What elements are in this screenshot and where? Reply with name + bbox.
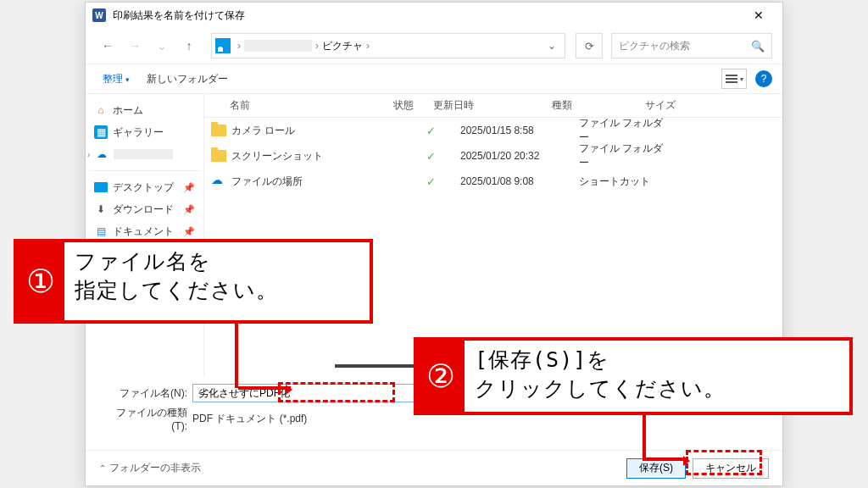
word-icon: W bbox=[92, 8, 106, 22]
column-headers: 名前 状態 更新日時 種類 サイズ bbox=[204, 94, 782, 118]
desktop-icon bbox=[94, 180, 108, 194]
file-row[interactable]: ファイルの場所 ✓ 2025/01/08 9:08 ショートカット bbox=[204, 169, 782, 194]
dialog-footer: フォルダーの非表示 保存(S) キャンセル bbox=[86, 450, 782, 485]
sidebar-item-gallery[interactable]: ▦ギャラリー bbox=[89, 121, 200, 143]
toolbar: 整理 新しいフォルダー ? bbox=[86, 64, 782, 94]
synced-icon: ✓ bbox=[426, 175, 436, 188]
document-icon: ▤ bbox=[94, 225, 108, 238]
annotation-2-text: [保存(S)]を クリックしてください。 bbox=[465, 341, 849, 412]
col-type[interactable]: 種類 bbox=[552, 98, 645, 113]
annotation-1-arrowhead bbox=[286, 385, 292, 395]
sidebar-item-desktop[interactable]: デスクトップ📌 bbox=[89, 176, 200, 198]
refresh-button[interactable]: ⟳ bbox=[576, 33, 603, 58]
save-button[interactable]: 保存(S) bbox=[626, 458, 686, 479]
list-view-icon bbox=[726, 78, 737, 80]
download-icon: ⬇ bbox=[94, 202, 108, 216]
up-button[interactable]: ↑ bbox=[177, 34, 201, 58]
window-title: 印刷結果を名前を付けて保存 bbox=[113, 8, 742, 23]
new-folder-button[interactable]: 新しいフォルダー bbox=[140, 69, 235, 90]
breadcrumb-sep: › bbox=[237, 40, 241, 52]
hide-folders-toggle[interactable]: フォルダーの非表示 bbox=[99, 461, 201, 475]
annotation-2-arrow bbox=[643, 413, 646, 461]
sidebar-item-home[interactable]: ⌂ホーム bbox=[89, 99, 200, 121]
onedrive-icon: ☁ bbox=[95, 147, 108, 161]
gallery-icon: ▦ bbox=[94, 125, 108, 139]
sidebar-item-downloads[interactable]: ⬇ダウンロード📌 bbox=[89, 198, 200, 220]
col-status[interactable]: 状態 bbox=[374, 98, 433, 113]
synced-icon: ✓ bbox=[426, 125, 436, 137]
address-bar[interactable]: › › ピクチャ › ⌄ bbox=[211, 33, 565, 58]
folder-icon bbox=[211, 150, 226, 162]
home-icon: ⌂ bbox=[94, 103, 108, 117]
recent-dropdown[interactable]: ⌄ bbox=[150, 34, 174, 58]
titlebar: W 印刷結果を名前を付けて保存 ✕ bbox=[86, 3, 782, 28]
help-button[interactable]: ? bbox=[755, 70, 772, 87]
redacted-account bbox=[114, 149, 173, 159]
redacted-path bbox=[244, 40, 312, 52]
breadcrumb-current[interactable]: ピクチャ bbox=[322, 39, 363, 53]
col-size[interactable]: サイズ bbox=[645, 98, 782, 113]
search-input[interactable]: ピクチャの検索 🔍 bbox=[611, 33, 772, 58]
filename-label: ファイル名(N): bbox=[106, 386, 187, 401]
search-icon: 🔍 bbox=[751, 40, 765, 53]
annotation-2: ② [保存(S)]を クリックしてください。 bbox=[414, 337, 853, 415]
folder-icon bbox=[211, 125, 226, 136]
col-name[interactable]: 名前 bbox=[204, 98, 374, 113]
annotation-1: ① ファイル名を 指定してください。 bbox=[14, 239, 373, 324]
filetype-label: ファイルの種類(T): bbox=[106, 406, 187, 432]
annotation-1-text: ファイル名を 指定してください。 bbox=[64, 242, 370, 320]
back-button[interactable]: ← bbox=[96, 34, 120, 58]
file-list: 名前 状態 更新日時 種類 サイズ カメラ ロール ✓ 2025/01/15 8… bbox=[204, 94, 782, 375]
pin-icon: 📌 bbox=[183, 182, 195, 193]
close-button[interactable]: ✕ bbox=[742, 3, 776, 28]
search-placeholder: ピクチャの検索 bbox=[619, 39, 690, 53]
col-date[interactable]: 更新日時 bbox=[433, 98, 552, 113]
forward-button[interactable]: → bbox=[123, 34, 147, 58]
annotation-1-number: ① bbox=[17, 242, 64, 320]
annotation-2-number: ② bbox=[417, 341, 465, 412]
view-options-button[interactable] bbox=[721, 69, 747, 89]
shortcut-icon bbox=[211, 175, 226, 187]
address-dropdown-icon[interactable]: ⌄ bbox=[542, 40, 561, 52]
file-row[interactable]: カメラ ロール ✓ 2025/01/15 8:58 ファイル フォルダー bbox=[204, 118, 782, 143]
file-row[interactable]: スクリーンショット ✓ 2025/01/20 20:32 ファイル フォルダー bbox=[204, 143, 782, 169]
organize-menu[interactable]: 整理 bbox=[96, 69, 136, 90]
annotation-1-arrow bbox=[235, 322, 238, 388]
nav-bar: ← → ⌄ ↑ › › ピクチャ › ⌄ ⟳ ピクチャの検索 🔍 bbox=[86, 28, 782, 64]
pictures-icon bbox=[215, 38, 231, 53]
sidebar: ⌂ホーム ▦ギャラリー ›☁ デスクトップ📌 ⬇ダウンロード📌 ▤ドキュメント📌… bbox=[86, 94, 204, 375]
filetype-dropdown[interactable]: PDF ドキュメント (*.pdf) bbox=[192, 412, 307, 426]
sidebar-item-onedrive[interactable]: ›☁ bbox=[89, 143, 200, 165]
synced-icon: ✓ bbox=[426, 150, 436, 163]
cancel-button[interactable]: キャンセル bbox=[693, 458, 769, 479]
